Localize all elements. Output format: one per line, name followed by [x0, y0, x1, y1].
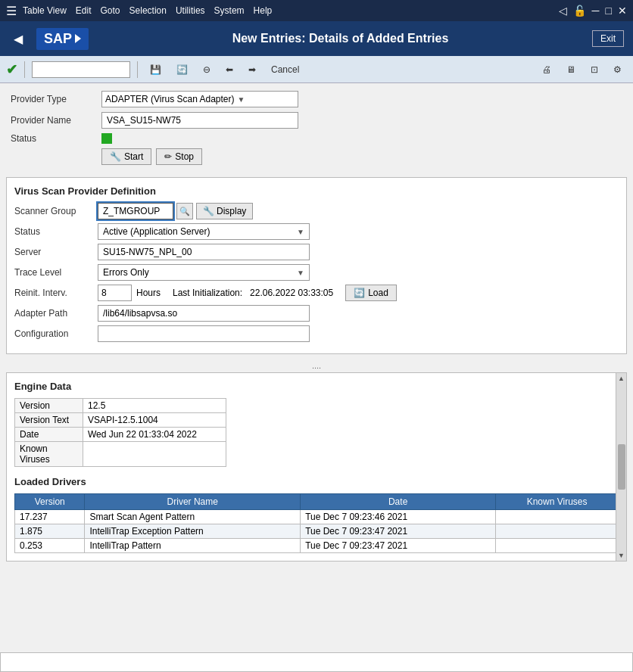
monitor-button[interactable]: 🖥 [561, 62, 581, 77]
engine-row-key: Known Viruses [15, 442, 83, 467]
sap-logo-text: SAP [44, 31, 72, 47]
start-button[interactable]: 🔧 Start [101, 148, 151, 165]
layout-button[interactable]: ⊡ [585, 62, 603, 77]
menu-edit[interactable]: Edit [76, 5, 92, 16]
server-row: Server [14, 244, 619, 260]
reinit-value-input[interactable] [98, 285, 132, 301]
menu-goto[interactable]: Goto [101, 5, 120, 16]
back-button[interactable]: ◀ [9, 30, 27, 48]
driver-known-viruses [496, 539, 619, 553]
exit-button[interactable]: Exit [592, 30, 624, 47]
configuration-label: Configuration [14, 328, 98, 339]
refresh-button[interactable]: 🔄 [171, 62, 193, 77]
vs-status-select[interactable]: Active (Application Server) ▼ [98, 223, 310, 240]
menu-tableview[interactable]: Table View [23, 5, 67, 16]
menu-help[interactable]: Help [254, 5, 273, 16]
stop-icon: ✏ [164, 151, 172, 162]
display-button[interactable]: 🔧 Display [196, 203, 253, 219]
start-label: Start [124, 151, 143, 162]
confirm-button[interactable]: ✔ [6, 61, 17, 78]
minus-button[interactable]: ⊖ [198, 62, 216, 77]
driver-version: 0.253 [15, 539, 85, 553]
drivers-data-row: 0.253 IntelliTrap Pattern Tue Dec 7 09:2… [15, 539, 619, 553]
nav-back-icon[interactable]: ◁ [559, 5, 567, 17]
server-input[interactable] [98, 244, 310, 260]
load-label: Load [368, 288, 388, 298]
title-bar: ☰ Table View Edit Goto Selection Utiliti… [0, 0, 633, 21]
driver-date: Tue Dec 7 09:23:47 2021 [301, 539, 496, 553]
drivers-column-header: Version [15, 494, 85, 510]
next-button[interactable]: ➡ [243, 62, 261, 77]
scanner-group-search-button[interactable]: 🔍 [176, 203, 193, 219]
nav-forward-icon[interactable]: 🔓 [573, 5, 586, 17]
scroll-thumb[interactable] [618, 444, 625, 490]
save-button[interactable]: 💾 [145, 62, 167, 77]
driver-known-viruses [496, 524, 619, 539]
provider-type-row: Provider Type ADAPTER (Virus Scan Adapte… [11, 91, 622, 107]
window-maximize-icon[interactable]: □ [606, 5, 612, 17]
configuration-input[interactable] [98, 325, 310, 342]
menu-system[interactable]: System [214, 5, 245, 16]
provider-type-label: Provider Type [11, 94, 101, 104]
trace-level-value: Errors Only [103, 267, 149, 278]
vs-status-label: Status [14, 226, 98, 237]
form-area: Provider Type ADAPTER (Virus Scan Adapte… [0, 83, 633, 177]
adapter-path-row: Adapter Path [14, 305, 619, 322]
engine-row-value: 12.5 [83, 399, 226, 413]
vs-status-value: Active (Application Server) [103, 226, 210, 237]
last-init-label: Last Initialization: [173, 288, 242, 298]
window-close-icon[interactable]: ✕ [618, 5, 627, 17]
drivers-column-header: Known Viruses [496, 494, 619, 510]
toolbar-input[interactable] [32, 61, 130, 78]
menu-selection[interactable]: Selection [129, 5, 167, 16]
adapter-path-input[interactable] [98, 305, 310, 322]
print-button[interactable]: 🖨 [537, 62, 557, 77]
action-row: 🔧 Start ✏ Stop [11, 148, 622, 165]
loaded-drivers-title: Loaded Drivers [14, 476, 619, 487]
scroll-bar[interactable]: ▲ ▼ [616, 373, 626, 561]
trace-level-arrow: ▼ [297, 269, 304, 277]
server-label: Server [14, 247, 98, 257]
separator-1 [24, 61, 25, 78]
scroll-down-arrow[interactable]: ▼ [618, 552, 625, 559]
prev-button[interactable]: ⬅ [220, 62, 239, 77]
app-header: ◀ SAP New Entries: Details of Added Entr… [0, 21, 633, 56]
adapter-path-label: Adapter Path [14, 308, 98, 319]
drivers-column-header: Date [301, 494, 496, 510]
reinit-label: Reinit. Interv. [14, 288, 98, 298]
collapse-bar[interactable]: .... [0, 359, 633, 372]
cancel-button[interactable]: Cancel [266, 62, 304, 77]
scroll-up-arrow[interactable]: ▲ [618, 375, 625, 382]
exit-label: Exit [600, 33, 616, 44]
provider-type-select[interactable]: ADAPTER (Virus Scan Adapter) ▼ [101, 91, 298, 107]
last-init-value: 22.06.2022 03:33:05 [250, 288, 333, 298]
menu-bar: Table View Edit Goto Selection Utilities… [23, 5, 272, 16]
sap-logo-triangle [75, 34, 81, 43]
engine-data-row: DateWed Jun 22 01:33:04 2022 [15, 428, 226, 442]
engine-data-table: Version12.5Version TextVSAPI-12.5.1004Da… [14, 398, 226, 467]
window-minimize-icon[interactable]: ─ [592, 5, 600, 17]
driver-date: Tue Dec 7 09:23:46 2021 [301, 510, 496, 524]
status-bar [0, 652, 633, 672]
reinit-unit: Hours [136, 288, 161, 298]
trace-level-label: Trace Level [14, 267, 98, 278]
driver-version: 17.237 [15, 510, 85, 524]
engine-row-key: Date [15, 428, 83, 442]
trace-level-select[interactable]: Errors Only ▼ [98, 264, 310, 281]
reinit-controls: Hours Last Initialization: 22.06.2022 03… [98, 285, 397, 301]
provider-name-input[interactable] [101, 112, 298, 129]
engine-row-key: Version Text [15, 413, 83, 428]
hamburger-icon[interactable]: ☰ [6, 4, 17, 18]
menu-utilities[interactable]: Utilities [176, 5, 205, 16]
load-button[interactable]: 🔄 Load [345, 285, 397, 301]
status-indicator [101, 133, 112, 144]
toolbar: ✔ 💾 🔄 ⊖ ⬅ ➡ Cancel 🖨 🖥 ⊡ ⚙ [0, 56, 633, 83]
engine-row-value: Wed Jun 22 01:33:04 2022 [83, 428, 226, 442]
search-icon: 🔍 [179, 207, 190, 216]
vs-status-row: Status Active (Application Server) ▼ [14, 223, 619, 240]
settings-button[interactable]: ⚙ [608, 62, 627, 77]
scanner-group-label: Scanner Group [14, 206, 98, 216]
stop-button[interactable]: ✏ Stop [156, 148, 202, 165]
scanner-group-input[interactable] [98, 203, 173, 219]
status-label: Status [11, 133, 101, 144]
